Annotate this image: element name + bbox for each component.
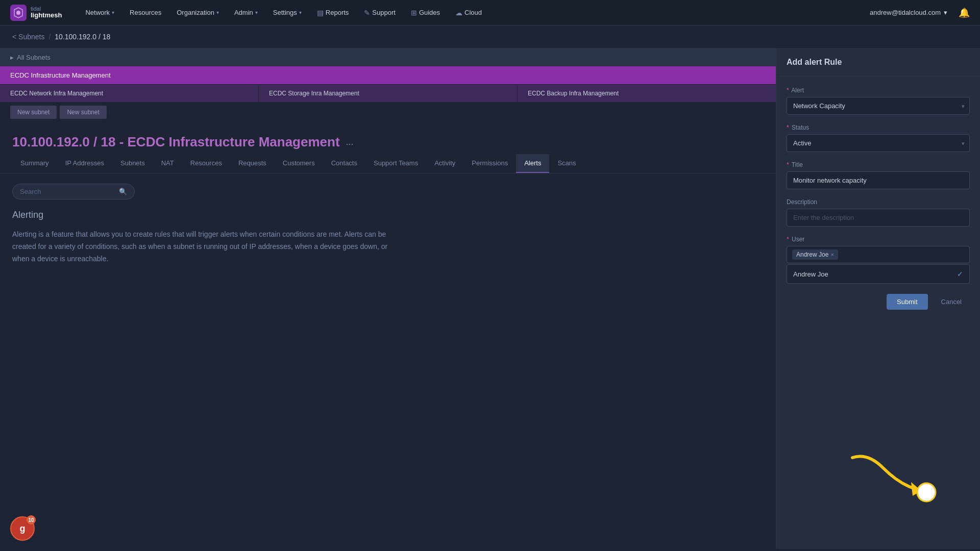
chevron-down-icon: ▾ <box>255 10 258 15</box>
more-options-icon[interactable]: ... <box>346 137 354 147</box>
avatar-badge: 10 <box>27 515 36 524</box>
tab-resources[interactable]: Resources <box>182 154 230 173</box>
alert-select[interactable]: Network Capacity <box>787 97 970 115</box>
tree-cell-2[interactable]: ECDC Storage Inra Management <box>259 85 518 102</box>
form-group-title: * Title <box>787 161 970 189</box>
subnet-tree: ▸ All Subnets ECDC Infrastructure Manage… <box>0 48 776 122</box>
search-input[interactable] <box>20 188 115 195</box>
main-layout: ▸ All Subnets ECDC Infrastructure Manage… <box>0 48 980 549</box>
remove-user-tag-icon[interactable]: × <box>830 252 834 258</box>
title-label: * Title <box>787 161 970 168</box>
tab-alerts[interactable]: Alerts <box>516 154 549 173</box>
cloud-icon: ☁ <box>455 9 462 17</box>
title-input[interactable] <box>787 171 970 189</box>
nav-organization[interactable]: Organization ▾ <box>169 6 226 19</box>
panel-title: Add alert Rule <box>776 48 980 77</box>
tab-scans[interactable]: Scans <box>549 154 584 173</box>
nav-guides[interactable]: ⊞ Guides <box>404 6 447 20</box>
submit-button[interactable]: Submit <box>887 294 927 310</box>
check-icon: ✓ <box>957 270 963 278</box>
left-content: ▸ All Subnets ECDC Infrastructure Manage… <box>0 48 776 549</box>
page-header: 10.100.192.0 / 18 - ECDC Infrastructure … <box>0 122 776 154</box>
tree-all-subnets[interactable]: ▸ All Subnets <box>0 48 776 66</box>
alerting-description: Alerting is a feature that allows you to… <box>12 229 400 265</box>
user-tag-area[interactable]: Andrew Joe × <box>787 246 970 263</box>
alerting-title: Alerting <box>12 210 764 220</box>
chart-icon: ▤ <box>317 9 324 17</box>
avatar-button[interactable]: g 10 <box>10 516 35 541</box>
user-dropdown: Andrew Joe ✓ <box>787 264 970 284</box>
chevron-down-icon: ▾ <box>299 10 302 15</box>
tab-ip-addresses[interactable]: IP Addresses <box>57 154 112 173</box>
tree-main-subnet[interactable]: ECDC Infrastructure Management <box>0 66 776 84</box>
search-icon: 🔍 <box>119 188 127 195</box>
chevron-down-icon: ▾ <box>216 10 219 15</box>
description-label: Description <box>787 198 970 206</box>
nav-admin[interactable]: Admin ▾ <box>227 6 265 19</box>
user-menu[interactable]: andrew@tidalcloud.com ▾ <box>865 6 952 19</box>
notifications-bell-icon[interactable]: 🔔 <box>959 7 970 18</box>
logo-text: tidal lightmesh <box>31 6 62 19</box>
required-marker: * <box>787 236 789 243</box>
alert-label: * Alert <box>787 87 970 94</box>
user-tag: Andrew Joe × <box>792 249 838 260</box>
form-group-user: * User Andrew Joe × Andrew Joe ✓ <box>787 236 970 284</box>
tab-summary[interactable]: Summary <box>12 154 57 173</box>
book-icon: ⊞ <box>411 9 417 17</box>
user-label-text: User <box>792 236 804 243</box>
breadcrumb-current: 10.100.192.0 / 18 <box>55 33 110 41</box>
panel-body: * Alert Network Capacity ▾ * Status <box>776 77 980 549</box>
tree-cell-3[interactable]: ECDC Backup Infra Management <box>518 85 776 102</box>
chevron-down-icon: ▾ <box>944 9 947 16</box>
form-group-status: * Status Active ▾ <box>787 124 970 152</box>
status-select[interactable]: Active <box>787 134 970 152</box>
title-label-text: Title <box>792 161 803 168</box>
status-select-wrapper: Active ▾ <box>787 134 970 152</box>
dropdown-item-andrew[interactable]: Andrew Joe ✓ <box>787 265 969 283</box>
cancel-button[interactable]: Cancel <box>933 294 970 310</box>
tabs-bar: Summary IP Addresses Subnets NAT Resourc… <box>0 154 776 173</box>
form-group-alert: * Alert Network Capacity ▾ <box>787 87 970 115</box>
support-icon: ✎ <box>364 9 370 17</box>
alert-select-wrapper: Network Capacity ▾ <box>787 97 970 115</box>
new-subnet-button-2[interactable]: New subnet <box>60 106 106 119</box>
page-title: 10.100.192.0 / 18 - ECDC Infrastructure … <box>12 134 340 150</box>
search-area: 🔍 <box>0 173 776 210</box>
tab-requests[interactable]: Requests <box>230 154 275 173</box>
tab-customers[interactable]: Customers <box>275 154 323 173</box>
status-label-text: Status <box>792 124 809 131</box>
collapse-icon: ▸ <box>10 54 14 61</box>
nav-support[interactable]: ✎ Support <box>357 6 403 20</box>
form-actions: Submit Cancel <box>787 294 970 310</box>
status-label: * Status <box>787 124 970 131</box>
search-box: 🔍 <box>12 184 135 199</box>
nav-network[interactable]: Network ▾ <box>78 6 121 19</box>
tree-sub-row: ECDC Network Infra Management ECDC Stora… <box>0 84 776 102</box>
required-marker: * <box>787 87 789 94</box>
alerting-content: Alerting Alerting is a feature that allo… <box>0 210 776 277</box>
tab-activity[interactable]: Activity <box>426 154 463 173</box>
tab-nat[interactable]: NAT <box>153 154 182 173</box>
nav-cloud[interactable]: ☁ Cloud <box>448 6 489 20</box>
svg-point-1 <box>16 11 20 15</box>
tab-permissions[interactable]: Permissions <box>463 154 516 173</box>
breadcrumb-separator: / <box>48 33 51 41</box>
tab-contacts[interactable]: Contacts <box>323 154 365 173</box>
breadcrumb-subnets-link[interactable]: < Subnets <box>12 33 44 41</box>
required-marker: * <box>787 161 789 168</box>
nav-reports[interactable]: ▤ Reports <box>310 6 356 20</box>
tree-cell-1[interactable]: ECDC Network Infra Management <box>0 85 259 102</box>
right-panel: Add alert Rule * Alert Network Capacity … <box>776 48 980 549</box>
tab-support-teams[interactable]: Support Teams <box>365 154 426 173</box>
logo[interactable]: tidal lightmesh <box>10 5 62 21</box>
nav-settings[interactable]: Settings ▾ <box>266 6 309 19</box>
new-subnet-button-1[interactable]: New subnet <box>10 106 57 119</box>
top-navigation: tidal lightmesh Network ▾ Resources Orga… <box>0 0 980 26</box>
chevron-down-icon: ▾ <box>112 10 114 15</box>
nav-items: Network ▾ Resources Organization ▾ Admin… <box>78 6 865 20</box>
description-input[interactable] <box>787 209 970 227</box>
user-label: * User <box>787 236 970 243</box>
tab-subnets[interactable]: Subnets <box>112 154 153 173</box>
nav-resources[interactable]: Resources <box>122 6 168 19</box>
required-marker: * <box>787 124 789 131</box>
